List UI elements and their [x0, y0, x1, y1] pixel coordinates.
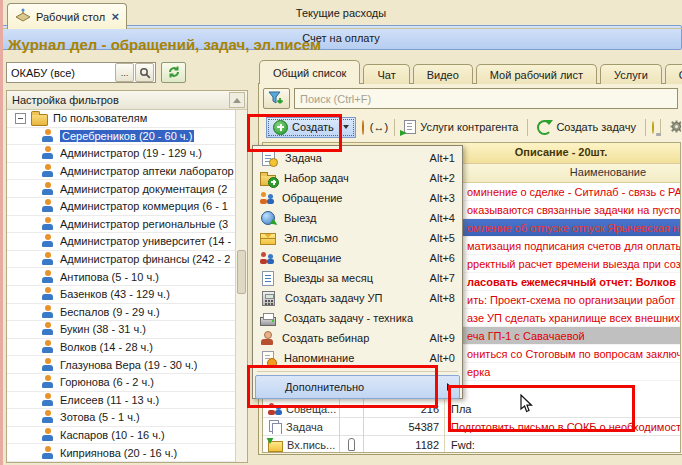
panel-tab[interactable]: Видео: [413, 64, 473, 84]
user-label: Администратор документация (2: [60, 183, 227, 195]
menu-item-label: Создать вебинар: [282, 332, 422, 344]
user-label: Администратор аптеки лаборатор: [60, 165, 234, 177]
refresh-icon: [167, 65, 181, 81]
search-input[interactable]: [294, 88, 678, 109]
menu-item[interactable]: Совещание Alt+6: [255, 248, 460, 268]
menu-item[interactable]: Выезды за месяц Alt+7: [255, 268, 460, 288]
menu-item-shortcut: Alt+1: [430, 152, 455, 164]
menu-item-icon: [262, 351, 274, 366]
sidebar-item-user[interactable]: Администратор документация (2: [7, 180, 236, 198]
okabu-filter-combo[interactable]: ...: [6, 62, 156, 83]
menu-item-icon: [262, 271, 274, 286]
sidebar-item-user[interactable]: Администратор университет (14 -: [7, 233, 236, 251]
magnifier-icon[interactable]: [135, 63, 154, 82]
menu-item[interactable]: Создать вебинар Alt+9: [255, 328, 460, 348]
user-label: Глазунова Вера (19 - 30 ч.): [60, 359, 197, 371]
attachment-cell: [339, 420, 363, 433]
tree-group-users[interactable]: По пользователям: [7, 110, 236, 128]
menu-item-icon: [262, 151, 275, 166]
panel-tab-label: Чат: [377, 69, 395, 81]
lightbulb-icon[interactable]: [652, 121, 654, 134]
person-icon: [41, 234, 55, 248]
menu-item[interactable]: Обращение Alt+3: [255, 188, 460, 208]
sidebar-item-user[interactable]: Администратор региональные (3: [7, 216, 236, 234]
menu-item-icon: [261, 211, 275, 225]
menu-item-label: Выезд: [284, 212, 422, 224]
scrollbar-thumb[interactable]: [237, 250, 246, 294]
sidebar-item-user[interactable]: Администратор (19 - 129 ч.): [7, 145, 236, 163]
help-bubble-icon[interactable]: [362, 120, 364, 135]
sidebar-scrollbar[interactable]: [235, 110, 247, 462]
sidebar-item-user[interactable]: Горюнова (6 - 2 ч.): [7, 374, 236, 392]
in-work-button[interactable]: В ра: [667, 118, 681, 137]
close-tab-icon[interactable]: ×: [111, 10, 119, 23]
row-type-label: Вх.пись...: [287, 439, 335, 451]
menu-item-label: Выезды за месяц: [284, 272, 422, 284]
menu-item-icon: [260, 233, 276, 245]
menu-item-label: Совещание: [282, 252, 422, 264]
person-icon: [41, 217, 55, 231]
user-label: Администратор региональные (3: [60, 218, 228, 230]
mouse-cursor: [520, 394, 534, 416]
person-icon: [41, 340, 55, 354]
person-icon: [41, 287, 55, 301]
sidebar-item-user[interactable]: Администратор коммерция (6 - 1: [7, 198, 236, 216]
menu-item-shortcut: Alt+2: [430, 172, 455, 184]
filters-panel-header: Настройка фильтров: [7, 91, 247, 110]
collapse-icon[interactable]: [15, 113, 26, 124]
person-icon: [41, 270, 55, 284]
user-label: Администратор коммерция (6 - 1: [60, 200, 228, 212]
sidebar-item-user[interactable]: Антипова (5 - 10 ч.): [7, 268, 236, 286]
app-window: Рабочий стол × Журнал дел - обращений, з…: [0, 0, 682, 465]
sidebar-item-user[interactable]: Волков (14 - 28 ч.): [7, 339, 236, 357]
sidebar-item-user[interactable]: Беспалов (9 - 29 ч.): [7, 304, 236, 322]
panel-tab[interactable]: Мой рабочий лист: [476, 64, 597, 84]
table-row[interactable]: Вх.пись... 1182 Fwd:: [263, 436, 680, 453]
row-type-icon: [268, 420, 282, 434]
refresh-button[interactable]: [161, 62, 186, 83]
user-label: Администратор (19 - 129 ч.): [60, 147, 202, 159]
menu-item[interactable]: Выезд Alt+4: [255, 208, 460, 228]
sidebar-item-user[interactable]: Букин (38 - 31 ч.): [7, 321, 236, 339]
panel-tab[interactable]: Чат: [363, 64, 409, 84]
user-label: Серебреников (20 - 60 ч.): [60, 130, 194, 142]
sidebar-item-user[interactable]: Глазунова Вера (19 - 30 ч.): [7, 356, 236, 374]
width-toggle-button[interactable]: (↔): [370, 121, 388, 133]
panel-tab[interactable]: Общий список: [259, 60, 360, 84]
okabu-filter-input[interactable]: [7, 67, 115, 79]
sidebar-item-user[interactable]: Базенков (43 - 129 ч.): [7, 286, 236, 304]
scroll-up-button[interactable]: [229, 92, 245, 108]
person-icon: [41, 358, 55, 372]
panel-tab[interactable]: Услуги: [600, 64, 662, 84]
sidebar-item-user[interactable]: Каспаров (10 - 16 ч.): [7, 427, 236, 445]
page-title: Журнал дел - обращений, задач, эл.писем: [8, 36, 321, 53]
create-task-icon: [537, 120, 552, 135]
user-label: Елисеев (11 - 13 ч.): [60, 394, 159, 406]
sidebar-item-user[interactable]: Администратор аптеки лаборатор: [7, 163, 236, 181]
menu-item-icon: [260, 331, 274, 345]
toolbar-separator: [394, 119, 395, 136]
sidebar-item-user[interactable]: Зотова (5 - 1 ч.): [7, 409, 236, 427]
person-icon: [41, 164, 55, 178]
menu-item-shortcut: Alt+8: [430, 292, 455, 304]
user-label: Администратор университет (14 -: [60, 235, 231, 247]
filter-funnel-button[interactable]: [263, 88, 290, 109]
menu-item[interactable]: Набор задач Alt+2: [255, 168, 460, 188]
menu-item[interactable]: Эл.письмо Alt+5: [255, 228, 460, 248]
sidebar-item-user[interactable]: Администратор финансы (242 - 2: [7, 251, 236, 269]
sidebar-item-user[interactable]: Елисеев (11 - 13 ч.): [7, 392, 236, 410]
tab-desktop[interactable]: Рабочий стол ×: [7, 3, 127, 29]
contractor-services-button[interactable]: Услуги контрагента: [401, 118, 521, 136]
user-label: Волков (14 - 28 ч.): [60, 341, 153, 353]
menu-item-icon: [260, 175, 276, 186]
sidebar-item-user[interactable]: Киприянова (20 - 16 ч.): [7, 444, 236, 462]
panel-tab[interactable]: Оборуд: [665, 64, 682, 84]
menu-item[interactable]: Создать задачу - техника: [255, 308, 460, 328]
menu-item-shortcut: Alt+6: [430, 252, 455, 264]
person-icon: [41, 428, 55, 442]
menu-item[interactable]: Создать задачу УП Alt+8: [255, 288, 460, 308]
choose-button[interactable]: ...: [115, 63, 134, 82]
annotation-box-create: [247, 114, 342, 152]
sidebar-item-user[interactable]: Серебреников (20 - 60 ч.): [7, 128, 236, 146]
create-task-button[interactable]: Создать задачу: [534, 118, 639, 137]
